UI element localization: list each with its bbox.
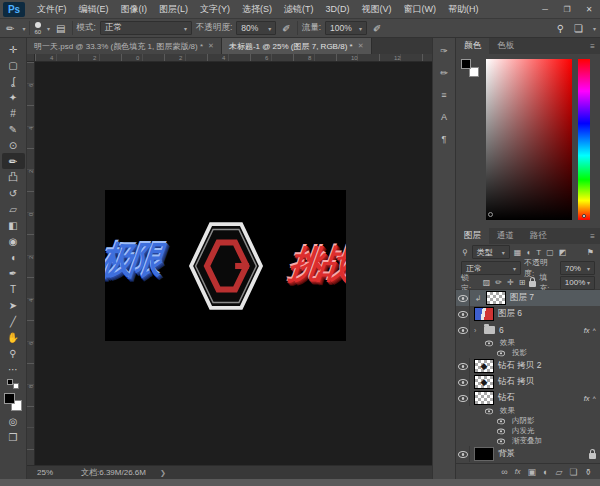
color-panel-swatches[interactable] <box>461 59 479 77</box>
layer-thumbnail[interactable] <box>474 447 494 461</box>
adjustment-layer-icon[interactable]: ◐ <box>543 467 548 477</box>
tab-close-icon[interactable]: ✕ <box>358 42 364 50</box>
layer-style-icon[interactable]: fx <box>515 467 521 476</box>
line-tool[interactable]: ╱ <box>2 313 25 329</box>
brush-tool-icon[interactable]: ✏ <box>4 23 16 34</box>
tab-paths[interactable]: 路径 <box>522 228 555 244</box>
menu-item[interactable]: 文件(F) <box>31 1 73 18</box>
eye-icon[interactable] <box>456 446 470 462</box>
healing-brush-tool[interactable]: ⊙ <box>2 137 25 153</box>
add-layer-mask-icon[interactable]: ▣ <box>528 467 537 477</box>
layer-row-layer7[interactable]: ↲ 图层 7 <box>456 290 600 306</box>
hand-tool[interactable]: ✋ <box>2 329 25 345</box>
lock-artboard-icon[interactable]: ⊞ <box>518 278 527 287</box>
menu-item[interactable]: 窗口(W) <box>398 1 443 18</box>
eye-icon[interactable] <box>456 306 470 322</box>
canvas-area[interactable]: 4202468101214 64202468 极限 <box>27 54 432 465</box>
lock-all-icon[interactable] <box>529 281 536 287</box>
effect-row-gradient-overlay[interactable]: 渐变叠加 <box>456 436 600 446</box>
menu-item[interactable]: 帮助(H) <box>442 1 485 18</box>
group-row-6[interactable]: › 6 fx ˄ <box>456 322 600 338</box>
eye-icon[interactable] <box>495 427 506 435</box>
new-group-icon[interactable]: ▱ <box>555 467 562 477</box>
layer-thumbnail[interactable] <box>474 307 494 321</box>
link-layers-icon[interactable]: ∞ <box>501 467 507 477</box>
zoom-tool[interactable]: ⚲ <box>2 345 25 361</box>
panel-menu-icon[interactable]: ≡ <box>590 42 595 51</box>
brush-tool[interactable]: ✏ <box>2 153 25 169</box>
fx-badge[interactable]: fx ˄ <box>584 394 596 403</box>
layer-row-background[interactable]: 背景 <box>456 446 600 462</box>
eye-icon[interactable] <box>456 374 470 390</box>
eye-icon[interactable] <box>456 390 470 406</box>
foreground-color-swatch[interactable] <box>461 59 471 69</box>
tab-layers[interactable]: 图层 <box>456 228 489 244</box>
pressure-opacity-icon[interactable]: ✐ <box>280 23 292 34</box>
tool-presets-panel-icon[interactable]: ≡ <box>435 88 453 102</box>
layer-row-layer6[interactable]: 图层 6 <box>456 306 600 322</box>
eraser-tool[interactable]: ▱ <box>2 201 25 217</box>
filter-smart-objects-icon[interactable]: ◩ <box>558 248 568 257</box>
gradient-tool[interactable]: ◧ <box>2 217 25 233</box>
eye-icon[interactable] <box>483 407 494 415</box>
tab-channels[interactable]: 通道 <box>489 228 522 244</box>
document-tab-1[interactable]: 明一天.psd @ 33.3% (颜色填充 1, 图层蒙版/8) * ✕ <box>27 38 222 54</box>
foreground-background-swatches[interactable] <box>4 393 22 411</box>
workspace-caret-icon[interactable]: ▾ <box>593 25 596 32</box>
eye-icon[interactable] <box>456 358 470 374</box>
hue-slider[interactable] <box>578 59 590 220</box>
layer-row-diamond[interactable]: 钻石 fx ˄ <box>456 390 600 406</box>
menu-item[interactable]: 选择(S) <box>236 1 278 18</box>
hue-cursor-icon[interactable] <box>582 214 586 218</box>
move-tool[interactable]: ✛ <box>2 41 25 57</box>
lock-transparent-icon[interactable]: ▨ <box>482 278 492 287</box>
search-icon[interactable]: ⚲ <box>555 23 566 34</box>
status-options-chevron-icon[interactable]: ❯ <box>160 469 166 477</box>
pen-tool[interactable]: ✒ <box>2 265 25 281</box>
layer-thumbnail[interactable] <box>474 391 494 405</box>
airbrush-icon[interactable]: ✐ <box>371 23 383 34</box>
filter-type-select[interactable]: 类型 ▾ <box>472 245 510 259</box>
panel-menu-icon[interactable]: ≡ <box>590 232 595 241</box>
filter-adjustment-layers-icon[interactable]: ◐ <box>525 248 532 257</box>
menu-item[interactable]: 文字(Y) <box>194 1 236 18</box>
dodge-tool[interactable]: ◖ <box>2 249 25 265</box>
character-panel-icon[interactable]: A <box>435 110 453 124</box>
layer-row-diamond-copy[interactable]: ◆ 钻石 拷贝 <box>456 374 600 390</box>
flow-select[interactable]: 100% ▾ <box>325 21 367 35</box>
path-selection-tool[interactable]: ➤ <box>2 297 25 313</box>
fx-badge[interactable]: fx ˄ <box>584 326 596 335</box>
filter-toggle-icon[interactable]: ⚑ <box>586 248 595 257</box>
default-swap-colors-icon[interactable] <box>7 379 19 389</box>
layer-thumbnail[interactable]: ◆ <box>474 359 494 373</box>
layer-row-diamond-copy2[interactable]: ◆ 钻石 拷贝 2 <box>456 358 600 374</box>
saturation-brightness-field[interactable] <box>486 59 572 220</box>
crop-tool[interactable]: # <box>2 105 25 121</box>
close-button[interactable]: ✕ <box>578 1 600 17</box>
eye-icon[interactable] <box>495 349 506 357</box>
eye-icon[interactable] <box>483 339 494 347</box>
layer-opacity-select[interactable]: 70% ▾ <box>560 261 595 275</box>
eye-icon[interactable] <box>495 437 506 445</box>
workspace-switcher-icon[interactable]: ❏ <box>572 23 585 34</box>
effects-header-row[interactable]: 效果 <box>456 338 600 348</box>
fill-select[interactable]: 100% ▾ <box>560 276 595 290</box>
brush-preset-picker[interactable]: 60 <box>34 22 41 35</box>
filter-shape-layers-icon[interactable]: ▢ <box>545 248 555 257</box>
menu-item[interactable]: 图像(I) <box>115 1 154 18</box>
document-canvas[interactable]: 极限 挑战 <box>105 190 346 341</box>
menu-item[interactable]: 图层(L) <box>153 1 194 18</box>
edit-toolbar-icon[interactable]: ⋯ <box>2 361 25 377</box>
eyedropper-tool[interactable]: ✎ <box>2 121 25 137</box>
marquee-tool[interactable]: ▢ <box>2 57 25 73</box>
zoom-level-field[interactable]: 25% <box>37 468 53 477</box>
menu-item[interactable]: 视图(V) <box>356 1 398 18</box>
eye-icon[interactable] <box>495 417 506 425</box>
tool-preset-caret-icon[interactable]: ▾ <box>22 25 25 32</box>
filter-type-layers-icon[interactable]: T <box>535 248 542 257</box>
brush-settings-panel-icon[interactable]: ✏ <box>435 66 453 80</box>
maximize-button[interactable]: ❐ <box>556 1 578 17</box>
foreground-color-swatch[interactable] <box>4 393 15 404</box>
group-expander-icon[interactable]: › <box>474 327 480 334</box>
delete-layer-icon[interactable]: ⚱ <box>584 467 592 477</box>
